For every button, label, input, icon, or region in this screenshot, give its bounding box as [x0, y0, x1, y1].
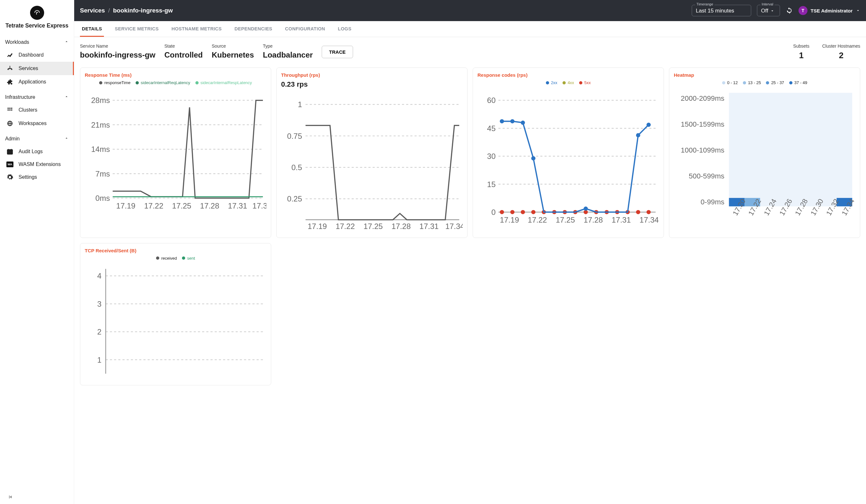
grid-icon: [7, 107, 13, 113]
service-name-value: bookinfo-ingress-gw: [80, 51, 155, 59]
nav-section-admin[interactable]: Admin: [0, 133, 74, 145]
sidebar-collapse-button[interactable]: [8, 494, 13, 502]
svg-text:17.19: 17.19: [116, 201, 135, 210]
svg-text:1: 1: [298, 100, 302, 109]
user-menu[interactable]: T TSE Administrator: [799, 6, 860, 15]
svg-text:45: 45: [487, 124, 496, 133]
svg-text:17.28: 17.28: [584, 215, 603, 224]
svg-text:17.28: 17.28: [391, 222, 411, 230]
tab-service-metrics[interactable]: SERVICE METRICS: [113, 21, 160, 37]
tab-hostname-metrics[interactable]: HOSTNAME METRICS: [169, 21, 223, 37]
brand-logo-icon: [30, 6, 44, 20]
sidebar-item-workspaces[interactable]: Workspaces: [0, 117, 74, 130]
chevron-down-icon: [770, 9, 775, 13]
legend-label: 13 - 25: [748, 80, 761, 85]
wa-badge-icon: WA: [7, 161, 13, 167]
refresh-button[interactable]: [786, 7, 793, 14]
card-title: Response codes (rps): [477, 72, 659, 78]
legend: 2xx 4xx 5xx: [477, 80, 659, 85]
legend-dot-icon: [546, 81, 549, 85]
legend-label: responseTime: [104, 80, 131, 85]
breadcrumb-current: bookinfo-ingress-gw: [113, 7, 173, 14]
legend-label: 2xx: [551, 80, 557, 85]
chevron-up-icon: [64, 39, 69, 45]
legend-label: sidecarInternalReqLatency: [141, 80, 190, 85]
sidebar-item-label: Services: [19, 66, 38, 71]
card-heatmap: Heatmap 0 - 12 13 - 25 25 - 37 37 - 49 2…: [669, 67, 860, 238]
cards-grid: Response Time (ms) responseTime sidecarI…: [74, 63, 866, 393]
nav-section-label: Admin: [5, 136, 20, 142]
svg-point-45: [521, 210, 525, 214]
card-response-time: Response Time (ms) responseTime sidecarI…: [80, 67, 271, 238]
card-tcp: TCP Received/Sent (B) received sent 4 3 …: [80, 243, 271, 385]
svg-text:0.25: 0.25: [287, 194, 302, 203]
sidebar-item-wasm-extensions[interactable]: WA WASM Extensions: [0, 158, 74, 170]
svg-rect-76: [729, 93, 852, 206]
legend-label: 0 - 12: [727, 80, 738, 85]
interval-label: Interval: [760, 2, 775, 6]
svg-text:17.22: 17.22: [335, 222, 355, 230]
svg-text:7ms: 7ms: [95, 169, 110, 178]
gear-icon: [7, 173, 13, 181]
svg-text:17.25: 17.25: [172, 201, 191, 210]
globe-icon: [7, 120, 13, 127]
timerange-label: Timerange: [695, 2, 714, 6]
tab-logs[interactable]: LOGS: [336, 21, 353, 37]
sidebar-item-services[interactable]: Services: [0, 62, 74, 75]
brand-name: Tetrate Service Express: [3, 22, 71, 29]
card-title: TCP Received/Sent (B): [85, 248, 266, 253]
breadcrumb-root[interactable]: Services: [80, 7, 105, 14]
sitemap-icon: [7, 65, 13, 72]
timerange-selector[interactable]: Timerange Last 15 minutes: [692, 5, 751, 16]
legend-label: sidecarInternalRespLatency: [200, 80, 252, 85]
card-response-codes: Response codes (rps) 2xx 4xx 5xx 60 45: [473, 67, 664, 238]
svg-text:17.34: 17.34: [252, 201, 266, 210]
timerange-value: Last 15 minutes: [696, 8, 734, 14]
svg-text:28ms: 28ms: [91, 96, 110, 104]
sidebar-item-applications[interactable]: Applications: [0, 75, 74, 89]
subsets-value: 1: [793, 51, 809, 60]
legend-dot-icon: [722, 81, 725, 85]
nav-section-infrastructure[interactable]: Infrastructure: [0, 91, 74, 103]
nav-section-label: Infrastructure: [5, 94, 35, 100]
service-name-label: Service Name: [80, 44, 155, 48]
tcp-chart: 4 3 2 1: [85, 262, 266, 381]
nav-section-workloads[interactable]: Workloads: [0, 36, 74, 48]
sidebar-item-clusters[interactable]: Clusters: [0, 103, 74, 117]
svg-point-58: [500, 119, 504, 123]
tab-details[interactable]: DETAILS: [80, 21, 104, 37]
svg-text:17.22: 17.22: [144, 201, 164, 210]
puzzle-icon: [7, 78, 13, 86]
nav-section-label: Workloads: [5, 39, 29, 45]
sidebar-item-label: WASM Extensions: [19, 161, 61, 167]
legend-dot-icon: [156, 257, 159, 260]
tab-dependencies[interactable]: DEPENDENCIES: [233, 21, 274, 37]
legend-dot-icon: [563, 81, 566, 85]
sidebar-item-label: Workspaces: [19, 121, 47, 126]
sidebar-item-label: Applications: [19, 79, 46, 85]
svg-text:1: 1: [97, 355, 101, 364]
sidebar-item-dashboard[interactable]: Dashboard: [0, 48, 74, 62]
svg-text:17.25: 17.25: [364, 222, 383, 230]
response-codes-chart: 60 45 30 15 0 17.19 17.22: [477, 86, 659, 233]
trace-button[interactable]: TRACE: [322, 46, 353, 58]
interval-value: Off: [761, 8, 768, 14]
legend-label: 37 - 49: [795, 80, 807, 85]
svg-text:17.31: 17.31: [420, 222, 439, 230]
legend-label: sent: [187, 256, 195, 261]
interval-selector[interactable]: Interval Off: [757, 5, 780, 16]
sidebar-item-settings[interactable]: Settings: [0, 170, 74, 184]
tab-configuration[interactable]: CONFIGURATION: [283, 21, 327, 37]
svg-point-44: [510, 210, 514, 214]
svg-point-61: [531, 156, 535, 160]
legend-label: 25 - 37: [771, 80, 784, 85]
sidebar-item-audit-logs[interactable]: Audit Logs: [0, 145, 74, 158]
svg-text:0ms: 0ms: [95, 194, 110, 202]
svg-text:15: 15: [487, 180, 496, 189]
legend-dot-icon: [743, 81, 746, 85]
source-label: Source: [212, 44, 254, 48]
svg-text:500-599ms: 500-599ms: [689, 172, 725, 180]
chevron-up-icon: [64, 94, 69, 100]
svg-text:1000-1099ms: 1000-1099ms: [681, 146, 724, 154]
chevron-down-icon: [856, 8, 860, 13]
